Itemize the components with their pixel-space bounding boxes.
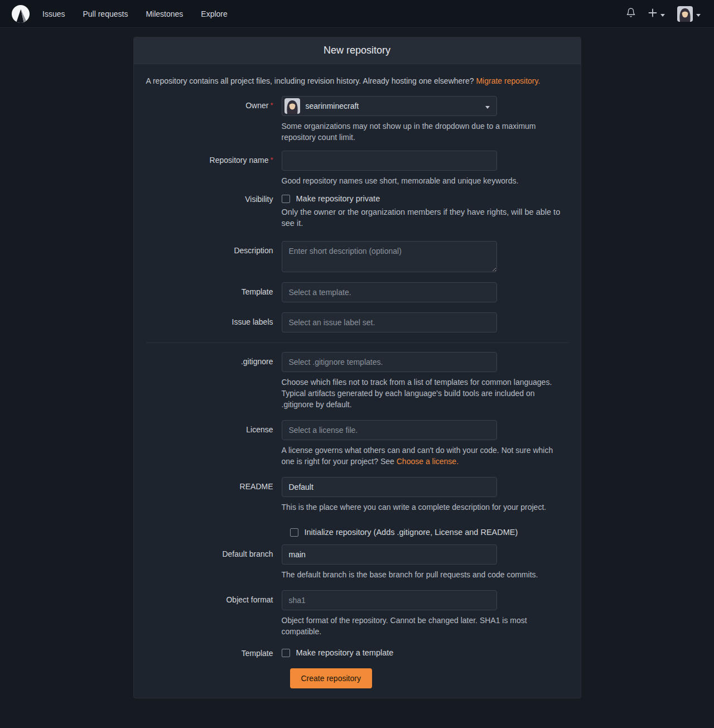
gitignore-label: .gitignore — [241, 357, 273, 366]
license-label: License — [246, 425, 273, 434]
notifications-button[interactable] — [626, 7, 636, 20]
license-row: License Select a license file. A license… — [146, 420, 568, 467]
intro-text: A repository contains all project files,… — [146, 75, 568, 86]
owner-help: Some organizations may not show up in th… — [282, 120, 562, 143]
object-format-label: Object format — [226, 595, 273, 604]
visibility-label: Visibility — [245, 195, 273, 204]
page-title: New repository — [324, 45, 390, 56]
repo-name-help: Good repository names use short, memorab… — [282, 175, 562, 186]
private-checkbox-label[interactable]: Make repository private — [296, 194, 380, 203]
readme-select[interactable]: Default — [282, 477, 497, 497]
gitignore-row: .gitignore Select .gitignore templates. … — [146, 352, 568, 410]
object-format-row: Object format sha1 Object format of the … — [146, 590, 568, 637]
template-checkbox-row: Template Make repository a template — [146, 648, 568, 658]
visibility-row: Visibility Make repository private Only … — [146, 194, 568, 229]
repo-name-label: Repository name — [210, 156, 269, 165]
issue-labels-row: Issue labels Select an issue label set. — [146, 312, 568, 332]
required-mark: * — [270, 101, 273, 109]
template-select[interactable]: Select a template. — [282, 282, 497, 302]
default-branch-label: Default branch — [222, 549, 273, 558]
migrate-repository-link[interactable]: Migrate repository. — [476, 76, 540, 85]
visibility-help: Only the owner or the organization membe… — [282, 206, 566, 229]
make-template-checkbox-label[interactable]: Make repository a template — [296, 648, 394, 657]
init-repo-row: Initialize repository (Adds .gitignore, … — [290, 528, 568, 537]
owner-label: Owner — [245, 101, 268, 110]
issue-labels-select[interactable]: Select an issue label set. — [282, 312, 497, 332]
create-repository-button[interactable]: Create repository — [290, 668, 372, 688]
navbar-right — [626, 6, 705, 22]
repo-name-input[interactable] — [282, 151, 497, 171]
plus-icon — [648, 8, 657, 20]
owner-value: searinminecraft — [306, 102, 480, 110]
template-select-label: Template — [242, 287, 273, 296]
license-help: A license governs what others can and ca… — [282, 445, 562, 467]
owner-avatar — [284, 98, 300, 114]
nav-item-explore[interactable]: Explore — [192, 0, 236, 27]
readme-help: This is the place where you can write a … — [282, 502, 562, 513]
top-navbar: Issues Pull requests Milestones Explore — [0, 0, 714, 28]
default-branch-help: The default branch is the base branch fo… — [282, 569, 562, 580]
user-avatar — [677, 6, 693, 22]
submit-row: Create repository — [290, 668, 568, 688]
chevron-down-icon — [660, 9, 665, 19]
init-repo-checkbox-label[interactable]: Initialize repository (Adds .gitignore, … — [305, 528, 518, 537]
site-logo-icon[interactable] — [11, 4, 30, 23]
issue-labels-label: Issue labels — [232, 317, 273, 326]
description-row: Description — [146, 241, 568, 272]
make-template-checkbox[interactable] — [282, 649, 290, 657]
default-branch-input[interactable] — [282, 544, 497, 565]
nav-item-pull-requests[interactable]: Pull requests — [74, 0, 137, 27]
template-checkbox-row-label: Template — [242, 649, 273, 658]
description-textarea[interactable] — [282, 241, 497, 272]
owner-row: Owner* searinminecraft — [146, 96, 568, 143]
object-format-help: Object format of the repository. Cannot … — [282, 615, 562, 637]
section-divider — [146, 343, 568, 343]
navbar-menu: Issues Pull requests Milestones Explore — [33, 0, 237, 27]
template-select-row: Template Select a template. — [146, 282, 568, 302]
panel-header: New repository — [134, 37, 581, 64]
init-repo-checkbox[interactable] — [290, 528, 298, 537]
gitignore-help: Choose which files not to track from a l… — [282, 377, 562, 410]
nav-item-issues[interactable]: Issues — [33, 0, 74, 27]
new-repository-panel: New repository A repository contains all… — [133, 37, 581, 698]
repo-name-row: Repository name* Good repository names u… — [146, 151, 568, 186]
chevron-down-icon — [485, 102, 490, 110]
description-label: Description — [234, 246, 273, 255]
readme-row: README Default This is the place where y… — [146, 477, 568, 513]
license-select[interactable]: Select a license file. — [282, 420, 497, 440]
gitignore-select[interactable]: Select .gitignore templates. — [282, 352, 497, 372]
object-format-select[interactable]: sha1 — [282, 590, 497, 610]
choose-a-license-link[interactable]: Choose a license. — [397, 457, 459, 466]
panel-body: A repository contains all project files,… — [134, 64, 581, 698]
default-branch-row: Default branch The default branch is the… — [146, 544, 568, 580]
required-mark: * — [270, 156, 273, 164]
owner-select[interactable]: searinminecraft — [282, 96, 497, 116]
nav-item-milestones[interactable]: Milestones — [137, 0, 192, 27]
chevron-down-icon — [696, 9, 701, 19]
bell-icon — [626, 7, 636, 20]
readme-label: README — [240, 482, 273, 491]
user-menu-dropdown[interactable] — [677, 6, 701, 22]
private-checkbox[interactable] — [282, 195, 290, 203]
create-new-dropdown[interactable] — [648, 8, 665, 20]
